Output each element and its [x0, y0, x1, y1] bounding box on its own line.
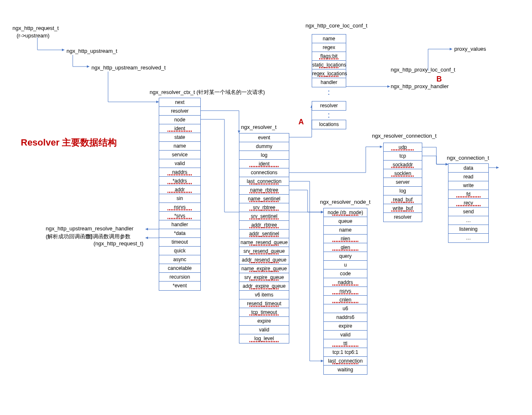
node-title: ngx_resolver_node_t	[320, 199, 370, 205]
resolver-field: dummy	[239, 142, 289, 151]
resolver-title: ngx_resolver_t	[241, 124, 276, 130]
struct-ctx: next resolver node ident state name serv…	[159, 98, 201, 291]
resolver-field: log_level	[239, 334, 289, 343]
resolver-field: addr_rbtree	[239, 221, 289, 230]
resolver-conn-field: udp	[384, 143, 422, 152]
conn-field: read	[448, 173, 488, 181]
node-field: queue	[324, 217, 367, 226]
node-field: u	[324, 261, 367, 269]
resolver-conn-field: read_buf	[384, 195, 422, 204]
conn-field: listening	[448, 225, 488, 234]
core-loc-title: ngx_http_core_loc_conf_t	[305, 22, 367, 29]
resolver-field: addr_sentinel	[239, 230, 289, 238]
letter-b: B	[436, 75, 442, 84]
conn-title: ngx_connection_t	[447, 155, 489, 161]
node-field: code	[324, 269, 367, 278]
ctx-field: naddrs	[159, 168, 200, 177]
handler-note3: 回调函数调用参数	[87, 233, 131, 240]
ctx-field: addr	[159, 185, 200, 194]
label-upstream: ngx_http_upstream_t	[66, 48, 117, 54]
struct-core-loc-locations: locations	[312, 120, 346, 129]
proxy-handler-label: ngx_http_proxy_handler	[391, 83, 449, 89]
struct-resolver-conn: udp tcp sockaddr socklen server log read…	[383, 143, 422, 222]
resolver-conn-field: log	[384, 187, 422, 195]
core-loc-field: flags:bit	[312, 52, 346, 61]
resolver-conn-field: resolver	[384, 213, 422, 222]
title-red: Resolver 主要数据结构	[21, 136, 117, 149]
ctx-field: quick	[159, 247, 200, 255]
ctx-field: resolver	[159, 107, 200, 116]
resolver-conn-field: sockaddr	[384, 161, 422, 169]
resolver-field: addr_resend_queue	[239, 256, 289, 264]
conn-field: …	[448, 234, 488, 242]
core-loc-field: regex	[312, 43, 346, 52]
dots-icon: ··	[328, 89, 330, 96]
node-field: valid	[324, 331, 367, 339]
node-field: cnlen	[324, 296, 367, 304]
node-field: tcp:1 tcp6:1	[324, 348, 367, 357]
ctx-title: ngx_resolver_ctx_t (针对某一个域名的一次请求)	[150, 89, 265, 96]
node-field: naddrs	[324, 278, 367, 287]
struct-core-loc-1: name regex flags:bit static_locations re…	[312, 34, 346, 87]
resolver-conn-field: socklen	[384, 169, 422, 178]
label-req-sub: (r->upstream)	[17, 32, 49, 39]
conn-field: …	[448, 216, 488, 225]
handler-note2: (解析成功回调函数)	[46, 233, 93, 240]
ctx-field: name	[159, 142, 200, 151]
ctx-field: valid	[159, 159, 200, 168]
node-field: ttl	[324, 339, 367, 348]
conn-field: fd	[448, 190, 488, 199]
ctx-field: service	[159, 151, 200, 159]
node-field: expire	[324, 322, 367, 331]
node-field: naddrs6	[324, 313, 367, 322]
core-loc-field: handler	[312, 78, 346, 87]
node-field: query	[324, 252, 367, 261]
resolver-field: tcp_timeout	[239, 308, 289, 317]
resolver-field: last_connection	[239, 177, 289, 186]
resolver-field: v6 items	[239, 291, 289, 299]
node-field: node (rb_mode)	[324, 208, 367, 217]
resolver-conn-title: ngx_resolver_connection_t	[372, 133, 436, 139]
node-field: u6	[324, 304, 367, 313]
resolver-field: event	[239, 133, 289, 142]
core-loc-field: name	[312, 35, 346, 43]
ctx-field: *data	[159, 229, 200, 238]
struct-conn: data read write fd recv send … listening…	[448, 163, 489, 243]
resolver-conn-field: write_buf	[384, 204, 422, 213]
ctx-field: *addrs	[159, 177, 200, 185]
ctx-field: timeout	[159, 238, 200, 247]
resolver-field: connections	[239, 168, 289, 177]
struct-node: node (rb_mode) queue name nlen qlen quer…	[323, 208, 367, 375]
resolver-field: srv_expire_queue	[239, 273, 289, 282]
proxy-loc-conf-label: ngx_http_proxy_loc_conf_t	[391, 67, 455, 73]
resolver-field: name_resend_queue	[239, 238, 289, 247]
core-loc-locations: locations	[312, 120, 346, 129]
core-loc-resolver: resolver	[312, 101, 346, 110]
resolver-field: addr_expire_queue	[239, 282, 289, 291]
resolver-field: expire	[239, 317, 289, 326]
ctx-field: state	[159, 133, 200, 142]
resolver-conn-field: server	[384, 178, 422, 187]
node-field: qlen	[324, 243, 367, 252]
dots-icon: ··	[328, 112, 330, 119]
core-loc-field: regex_locations	[312, 69, 346, 78]
resolver-field: resend_timeout	[239, 299, 289, 308]
node-field: nlen	[324, 235, 367, 243]
resolver-field: srv_sentinel	[239, 212, 289, 221]
resolver-field: srv_rbtree	[239, 203, 289, 212]
ctx-field: cancelable	[159, 264, 200, 273]
ctx-field: handler	[159, 220, 200, 229]
resolver-field: name_rbtree	[239, 186, 289, 195]
resolver-field: name_sentinel	[239, 195, 289, 203]
resolver-field: name_expire_queue	[239, 264, 289, 273]
ctx-field: nsrvs	[159, 203, 200, 212]
label-req: ngx_http_request_t	[12, 25, 59, 31]
resolver-field: log	[239, 151, 289, 160]
ctx-field: recursion	[159, 273, 200, 282]
ctx-field: sin	[159, 194, 200, 203]
conn-field: data	[448, 164, 488, 173]
letter-a: A	[298, 118, 304, 126]
ctx-field: *srvs	[159, 212, 200, 220]
node-field: last_connection	[324, 357, 367, 366]
handler-note1: ngx_http_upstream_resolve_handler	[46, 225, 133, 232]
